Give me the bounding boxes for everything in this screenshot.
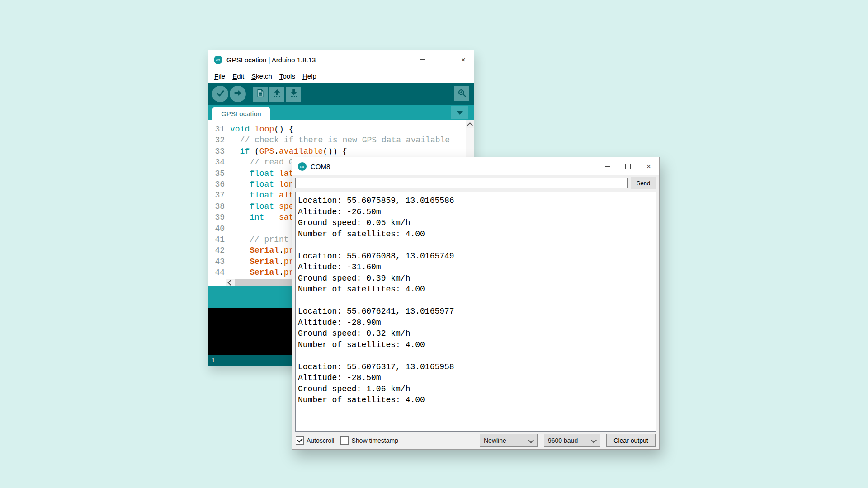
scroll-left-button[interactable] — [226, 279, 234, 286]
menu-bar: FileEditSketchToolsHelp — [208, 69, 474, 83]
serial-footer: Autoscroll Show timestamp Newline 9600 b… — [292, 432, 659, 449]
verify-button[interactable] — [212, 86, 228, 102]
clear-output-button[interactable]: Clear output — [606, 434, 656, 447]
line-number: 43 — [208, 256, 227, 267]
line-number: 34 — [208, 157, 227, 168]
line-number: 44 — [208, 267, 227, 278]
autoscroll-checkbox[interactable] — [296, 436, 304, 445]
code-line: 33 if (GPS.available()) { — [208, 146, 466, 157]
arrow-right-icon — [233, 88, 243, 100]
menu-item-help[interactable]: Help — [299, 70, 320, 83]
arrow-down-icon — [289, 88, 299, 100]
arduino-titlebar: ∞ GPSLocation | Arduino 1.8.13 × — [208, 50, 474, 69]
chevron-down-icon — [591, 437, 597, 443]
serial-monitor-button[interactable] — [454, 86, 469, 101]
send-button-label: Send — [637, 180, 650, 187]
line-number: 41 — [208, 234, 227, 245]
scroll-up-button[interactable] — [466, 120, 474, 128]
check-icon — [297, 437, 303, 443]
close-button[interactable]: × — [453, 50, 474, 69]
tab-label: GPSLocation — [221, 110, 261, 117]
tab-menu-button[interactable] — [451, 106, 468, 119]
serial-window-title: COM8 — [311, 163, 330, 170]
autoscroll-toggle[interactable]: Autoscroll — [296, 436, 334, 445]
code-line: 32 // check if there is new GPS data ava… — [208, 135, 466, 145]
show-timestamp-checkbox[interactable] — [340, 436, 349, 445]
line-number: 38 — [208, 201, 227, 212]
line-number: 32 — [208, 135, 227, 145]
chevron-down-icon — [457, 111, 463, 115]
maximize-button[interactable] — [432, 50, 453, 69]
check-icon — [215, 88, 226, 100]
tab-bar: GPSLocation — [208, 105, 474, 120]
line-number: 39 — [208, 212, 227, 223]
line-number: 40 — [208, 223, 227, 234]
chevron-down-icon — [528, 437, 534, 443]
line-ending-value: Newline — [484, 437, 506, 444]
desktop: { "colors": { "desktop_background": "#d7… — [0, 0, 868, 488]
close-button[interactable]: × — [638, 157, 659, 175]
arrow-up-icon — [272, 88, 282, 100]
new-sketch-button[interactable] — [253, 87, 268, 102]
chevron-left-icon — [228, 280, 234, 286]
line-number: 33 — [208, 146, 227, 157]
serial-send-input[interactable] — [295, 178, 628, 188]
line-ending-select[interactable]: Newline — [480, 434, 538, 447]
magnifier-icon — [457, 88, 467, 100]
line-number: 42 — [208, 245, 227, 256]
minimize-button[interactable] — [411, 50, 432, 69]
chevron-up-icon — [467, 122, 473, 128]
arduino-logo-icon: ∞ — [298, 162, 307, 171]
open-button[interactable] — [269, 87, 284, 102]
show-timestamp-toggle[interactable]: Show timestamp — [340, 436, 398, 445]
arduino-window-title: GPSLocation | Arduino 1.8.13 — [226, 56, 316, 64]
document-icon — [255, 89, 265, 100]
clear-output-label: Clear output — [613, 437, 648, 444]
baud-rate-select[interactable]: 9600 baud — [544, 434, 600, 447]
upload-button[interactable] — [230, 86, 246, 102]
serial-output-area[interactable]: Location: 55.6075859, 13.0165586 Altitud… — [295, 192, 656, 432]
line-number: 35 — [208, 168, 227, 179]
save-button[interactable] — [286, 87, 301, 102]
show-timestamp-label: Show timestamp — [351, 437, 398, 444]
line-number: 31 — [208, 124, 227, 135]
line-number: 36 — [208, 179, 227, 190]
menu-item-tools[interactable]: Tools — [276, 70, 299, 83]
serial-monitor-window: ∞ COM8 × Send Location: 55.6075859, 13.0… — [292, 157, 660, 450]
menu-item-sketch[interactable]: Sketch — [248, 70, 276, 83]
current-line-indicator: 1 — [212, 357, 215, 364]
menu-item-file[interactable]: File — [211, 70, 229, 83]
toolbar — [208, 83, 474, 105]
serial-titlebar: ∞ COM8 × — [292, 157, 659, 175]
menu-item-edit[interactable]: Edit — [229, 70, 248, 83]
maximize-button[interactable] — [618, 157, 638, 175]
baud-rate-value: 9600 baud — [548, 437, 578, 444]
line-number: 37 — [208, 190, 227, 201]
tab-gpslocation[interactable]: GPSLocation — [212, 107, 270, 120]
arduino-logo-icon: ∞ — [214, 56, 222, 64]
autoscroll-label: Autoscroll — [307, 437, 334, 444]
send-button[interactable]: Send — [631, 177, 656, 189]
minimize-button[interactable] — [597, 157, 618, 175]
code-line: 31void loop() { — [208, 124, 466, 135]
